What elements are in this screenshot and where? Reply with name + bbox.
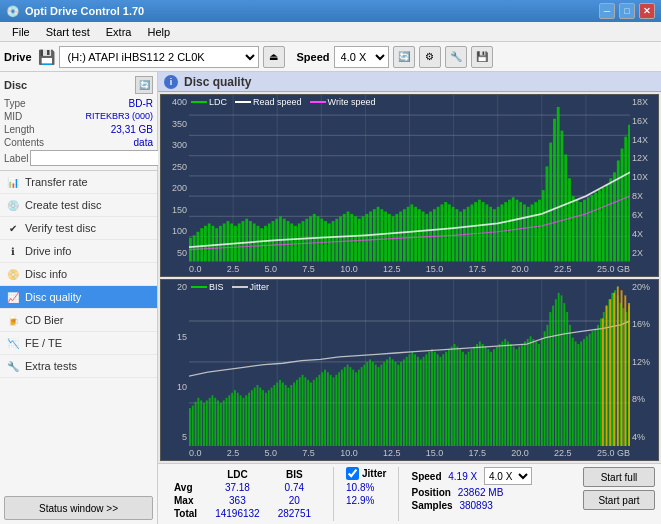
svg-rect-236 xyxy=(442,354,444,446)
nav-cd-bier[interactable]: 🍺 CD Bier xyxy=(0,309,157,332)
jitter-checkbox[interactable] xyxy=(346,467,359,480)
nav-transfer-rate[interactable]: 📊 Transfer rate xyxy=(0,171,157,194)
jitter-checkbox-area: Jitter xyxy=(346,467,386,480)
jitter-avg-row: 10.8% xyxy=(346,482,386,493)
maximize-button[interactable]: □ xyxy=(619,3,635,19)
svg-rect-123 xyxy=(591,195,594,262)
menu-start-test[interactable]: Start test xyxy=(38,24,98,40)
bis-legend-label: BIS xyxy=(209,282,224,292)
speed-select[interactable]: 4.0 X 1.0 X 2.0 X 6.0 X 8.0 X xyxy=(334,46,389,68)
legend-write-speed: Write speed xyxy=(310,97,376,107)
save-button[interactable]: 💾 xyxy=(471,46,493,68)
nav-fe-te[interactable]: 📉 FE / TE xyxy=(0,332,157,355)
svg-rect-259 xyxy=(507,341,509,446)
nav-label-fe-te: FE / TE xyxy=(25,337,62,349)
svg-rect-210 xyxy=(369,359,371,446)
start-part-button[interactable]: Start part xyxy=(583,490,655,510)
label-input[interactable] xyxy=(30,150,163,166)
nav-drive-info[interactable]: ℹ Drive info xyxy=(0,240,157,263)
svg-rect-289 xyxy=(592,331,594,446)
close-button[interactable]: ✕ xyxy=(639,3,655,19)
svg-rect-223 xyxy=(406,356,408,446)
drive-select[interactable]: (H:) ATAPI iHBS112 2 CL0K xyxy=(59,46,259,68)
svg-rect-160 xyxy=(228,395,230,446)
lower-chart-x-axis: 0.0 2.5 5.0 7.5 10.0 12.5 15.0 17.5 20.0… xyxy=(189,446,630,460)
svg-rect-127 xyxy=(606,184,609,261)
svg-rect-272 xyxy=(544,331,546,446)
fe-te-icon: 📉 xyxy=(6,336,20,350)
svg-rect-216 xyxy=(386,359,388,446)
nav-label-cd-bier: CD Bier xyxy=(25,314,64,326)
svg-rect-279 xyxy=(563,303,565,446)
svg-rect-117 xyxy=(568,178,571,261)
svg-rect-273 xyxy=(546,324,548,446)
svg-rect-204 xyxy=(352,369,354,446)
svg-rect-229 xyxy=(423,356,425,446)
svg-rect-244 xyxy=(465,354,467,446)
status-window-button[interactable]: Status window >> xyxy=(4,496,153,520)
svg-rect-112 xyxy=(549,143,552,262)
svg-rect-132 xyxy=(624,137,627,262)
nav-verify-test-disc[interactable]: ✔ Verify test disc xyxy=(0,217,157,240)
svg-rect-19 xyxy=(200,228,203,261)
svg-rect-194 xyxy=(324,369,326,446)
nav-label-verify-test-disc: Verify test disc xyxy=(25,222,96,234)
start-full-button[interactable]: Start full xyxy=(583,467,655,487)
svg-rect-208 xyxy=(364,364,366,446)
jitter-avg: 10.8% xyxy=(346,482,374,493)
jitter-section: Jitter 10.8% 12.9% xyxy=(346,467,386,506)
max-ldc: 363 xyxy=(207,495,268,506)
speed-label: Speed xyxy=(411,471,441,482)
chart-header-icon: i xyxy=(164,75,178,89)
svg-rect-300 xyxy=(622,308,624,446)
nav-menu: 📊 Transfer rate 💿 Create test disc ✔ Ver… xyxy=(0,171,157,492)
menu-help[interactable]: Help xyxy=(139,24,178,40)
svg-rect-286 xyxy=(583,338,585,446)
svg-rect-225 xyxy=(411,351,413,446)
max-label: Max xyxy=(166,495,205,506)
svg-rect-233 xyxy=(434,351,436,446)
svg-rect-258 xyxy=(504,338,506,446)
svg-rect-34 xyxy=(257,226,260,262)
length-label: Length xyxy=(4,124,35,135)
upper-chart-legend: LDC Read speed Write speed xyxy=(191,97,375,107)
total-label: Total xyxy=(166,508,205,519)
svg-rect-189 xyxy=(310,382,312,446)
menu-extra[interactable]: Extra xyxy=(98,24,140,40)
speed-select-stats[interactable]: 4.0 X 1.0 X 2.0 X 6.0 X xyxy=(484,467,532,485)
svg-rect-124 xyxy=(594,193,597,262)
svg-rect-129 xyxy=(613,172,616,261)
eject-button[interactable]: ⏏ xyxy=(263,46,285,68)
nav-create-test-disc[interactable]: 💿 Create test disc xyxy=(0,194,157,217)
svg-rect-172 xyxy=(262,390,264,446)
svg-rect-59 xyxy=(350,214,353,262)
app-title: 💿 Opti Drive Control 1.70 xyxy=(6,5,144,18)
svg-rect-231 xyxy=(428,351,430,446)
upper-chart-x-axis: 0.0 2.5 5.0 7.5 10.0 12.5 15.0 17.5 20.0… xyxy=(189,262,630,276)
refresh-button[interactable]: 🔄 xyxy=(393,46,415,68)
lower-chart: BIS Jitter 20 15 10 5 20% 16 xyxy=(160,279,659,462)
settings-button1[interactable]: ⚙ xyxy=(419,46,441,68)
svg-rect-263 xyxy=(518,346,520,446)
type-value: BD-R xyxy=(129,98,153,109)
nav-extra-tests[interactable]: 🔧 Extra tests xyxy=(0,355,157,378)
svg-rect-170 xyxy=(257,385,259,446)
settings-button2[interactable]: 🔧 xyxy=(445,46,467,68)
svg-rect-196 xyxy=(330,374,332,446)
svg-rect-107 xyxy=(531,204,534,261)
svg-rect-271 xyxy=(541,337,543,446)
nav-label-transfer-rate: Transfer rate xyxy=(25,176,88,188)
svg-rect-274 xyxy=(549,312,551,446)
menu-file[interactable]: File xyxy=(4,24,38,40)
nav-disc-info[interactable]: 📀 Disc info xyxy=(0,263,157,286)
cd-bier-icon: 🍺 xyxy=(6,313,20,327)
svg-rect-157 xyxy=(220,402,222,446)
svg-rect-108 xyxy=(534,202,537,261)
minimize-button[interactable]: ─ xyxy=(599,3,615,19)
svg-rect-238 xyxy=(448,349,450,446)
svg-rect-43 xyxy=(290,223,293,261)
nav-disc-quality[interactable]: 📈 Disc quality xyxy=(0,286,157,309)
disc-refresh-button[interactable]: 🔄 xyxy=(135,76,153,94)
svg-rect-242 xyxy=(459,349,461,446)
svg-rect-278 xyxy=(561,295,563,446)
